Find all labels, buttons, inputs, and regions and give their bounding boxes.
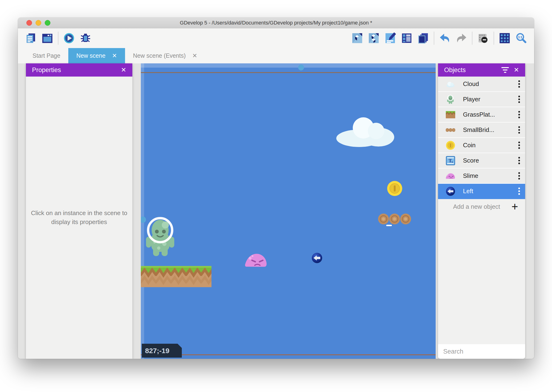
close-window-button[interactable] xyxy=(26,20,32,26)
toolbar-separator xyxy=(434,32,434,45)
vertical-scrollbar[interactable] xyxy=(141,63,144,359)
start-page-button[interactable] xyxy=(41,32,53,44)
publish-cubes-icon xyxy=(368,33,380,44)
object-menu-button[interactable] xyxy=(513,142,525,149)
tab-start-page[interactable]: Start Page xyxy=(25,48,68,63)
tab-new-scene[interactable]: New scene ✕ xyxy=(68,48,125,63)
events-sheet-icon xyxy=(401,33,412,44)
play-icon xyxy=(63,33,75,44)
export-button[interactable] xyxy=(351,32,363,44)
cursor-coordinates-badge: 827;-19 xyxy=(142,344,182,358)
objects-title: Objects xyxy=(444,66,466,74)
close-icon[interactable]: ✕ xyxy=(121,66,126,74)
objects-list-empty-area xyxy=(438,214,525,344)
open-events-button[interactable] xyxy=(401,32,413,44)
instances-list-button[interactable] xyxy=(417,32,429,44)
window-icon xyxy=(42,33,53,44)
tab-label: Start Page xyxy=(33,52,60,59)
object-row-slime[interactable]: Slime xyxy=(438,168,525,184)
cloud-icon xyxy=(438,79,463,89)
debug-button[interactable] xyxy=(80,32,91,44)
tab-label: New scene (Events) xyxy=(133,52,186,59)
grid-icon xyxy=(499,33,510,44)
properties-title: Properties xyxy=(32,66,61,74)
tab-new-scene-events[interactable]: New scene (Events) ✕ xyxy=(125,48,205,63)
bridge-highlight xyxy=(386,225,392,226)
editor-content: Properties ✕ Click on an instance in the… xyxy=(18,63,534,359)
left-arrow-button-icon xyxy=(438,187,463,196)
object-row-score[interactable]: Tx Score xyxy=(438,153,525,168)
redo-button[interactable] xyxy=(455,32,467,44)
object-menu-button[interactable] xyxy=(513,111,525,118)
object-row-coin[interactable]: Coin xyxy=(438,138,525,153)
zoom-1-1-button[interactable]: 1:1 xyxy=(515,32,527,44)
object-row-player[interactable]: Player xyxy=(438,92,525,107)
tab-label: New scene xyxy=(76,52,105,59)
close-icon[interactable]: ✕ xyxy=(112,53,117,59)
coin-icon xyxy=(438,141,463,150)
redo-icon xyxy=(456,33,467,44)
debug-icon xyxy=(80,33,91,44)
slime-icon xyxy=(438,171,463,181)
toolbar-separator xyxy=(58,32,58,45)
undo-icon xyxy=(439,33,450,44)
add-new-object-label: Add a new object xyxy=(453,203,500,210)
filter-icon[interactable] xyxy=(500,67,510,73)
edit-pencil-icon xyxy=(385,33,396,44)
scene-canvas[interactable]: 827;-19 xyxy=(141,63,436,359)
project-manager-button[interactable] xyxy=(25,32,37,44)
mask-icon xyxy=(477,33,489,44)
main-toolbar: 1:1 xyxy=(18,28,534,48)
search-input[interactable] xyxy=(443,348,527,356)
titlebar[interactable]: GDevelop 5 - /Users/david/Documents/GDev… xyxy=(18,18,534,28)
object-menu-button[interactable] xyxy=(513,157,525,164)
small-bridge-instance[interactable] xyxy=(378,213,411,224)
toolbar-separator xyxy=(494,32,494,45)
publish-button[interactable] xyxy=(368,32,380,44)
svg-text:x: x xyxy=(451,160,453,163)
export-cube-icon xyxy=(352,33,363,44)
cloud-instance[interactable] xyxy=(336,114,396,147)
toggle-mask-button[interactable] xyxy=(477,32,489,44)
slime-instance[interactable] xyxy=(245,253,267,267)
horizontal-scrollbar[interactable] xyxy=(141,63,436,68)
scene-bottom-border xyxy=(141,354,436,355)
object-menu-button[interactable] xyxy=(513,188,525,195)
scene-top-border xyxy=(141,72,436,73)
add-new-object-button[interactable]: Add a new object + xyxy=(438,199,525,214)
object-menu-button[interactable] xyxy=(513,96,525,103)
properties-hint: Click on an instance in the scene to dis… xyxy=(30,209,129,226)
left-button-instance[interactable] xyxy=(311,252,322,263)
properties-header: Properties ✕ xyxy=(26,63,132,77)
objects-panel: Objects ✕ Cloud Player xyxy=(438,63,525,359)
grass-platform-icon xyxy=(438,110,463,119)
svg-text:1:1: 1:1 xyxy=(518,35,522,39)
object-row-cloud[interactable]: Cloud xyxy=(438,77,525,92)
object-menu-button[interactable] xyxy=(513,80,525,88)
object-menu-button[interactable] xyxy=(513,126,525,133)
close-icon[interactable]: ✕ xyxy=(192,53,197,59)
undo-button[interactable] xyxy=(439,32,451,44)
edit-scene-properties-button[interactable] xyxy=(384,32,396,44)
objects-header: Objects ✕ xyxy=(438,63,525,77)
object-menu-button[interactable] xyxy=(513,172,525,180)
properties-panel: Properties ✕ Click on an instance in the… xyxy=(26,63,132,359)
properties-body: Click on an instance in the scene to dis… xyxy=(26,77,132,359)
toggle-grid-button[interactable] xyxy=(499,32,511,44)
object-row-grassplatform[interactable]: GrassPlat... xyxy=(438,107,525,123)
objects-search-bar xyxy=(438,344,525,359)
desktop: GDevelop 5 - /Users/david/Documents/GDev… xyxy=(0,0,552,392)
player-instance[interactable] xyxy=(144,216,177,257)
stacked-pages-icon xyxy=(418,33,429,44)
object-row-left[interactable]: Left xyxy=(438,184,525,199)
zoom-1-1-icon: 1:1 xyxy=(516,33,527,44)
play-button[interactable] xyxy=(63,32,75,44)
close-icon[interactable]: ✕ xyxy=(514,66,519,74)
zoom-window-button[interactable] xyxy=(45,20,50,26)
grass-platform-instance[interactable] xyxy=(141,266,212,287)
object-row-smallbridge[interactable]: SmallBrid... xyxy=(438,123,525,138)
toolbar-separator xyxy=(472,32,472,45)
minimize-window-button[interactable] xyxy=(35,20,41,26)
coin-instance[interactable] xyxy=(387,181,402,196)
horizontal-scroll-thumb[interactable] xyxy=(298,64,304,70)
